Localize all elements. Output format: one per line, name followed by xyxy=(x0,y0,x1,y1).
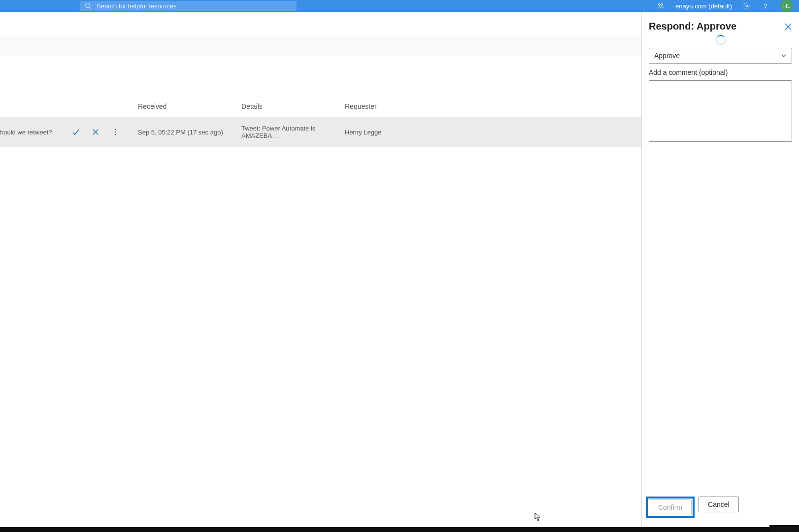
respond-panel: Respond: Approve Approve Add a comment (… xyxy=(641,12,799,527)
row-requester: Henry Legge xyxy=(345,129,641,136)
chevron-down-icon xyxy=(781,53,787,59)
col-received: Received xyxy=(138,102,241,110)
search-input[interactable] xyxy=(97,2,292,10)
taskbar xyxy=(0,527,799,532)
svg-point-5 xyxy=(765,7,766,8)
reject-icon[interactable] xyxy=(92,128,100,136)
help-icon[interactable] xyxy=(762,2,769,10)
comment-input[interactable] xyxy=(649,80,792,142)
svg-point-4 xyxy=(746,5,748,7)
response-select[interactable]: Approve xyxy=(649,48,792,64)
svg-point-9 xyxy=(115,132,116,133)
top-bar: enayu.com (default) HL xyxy=(0,0,799,12)
comment-label: Add a comment (optional) xyxy=(649,68,792,76)
col-details: Details xyxy=(241,102,345,110)
response-select-value: Approve xyxy=(654,52,680,60)
environment-name[interactable]: enayu.com (default) xyxy=(675,2,732,10)
row-received: Sep 5, 05:22 PM (17 sec ago) xyxy=(138,129,241,136)
svg-point-10 xyxy=(115,134,116,135)
avatar[interactable]: HL xyxy=(780,0,793,12)
cancel-button[interactable]: Cancel xyxy=(699,497,739,512)
svg-point-2 xyxy=(658,3,660,5)
svg-line-1 xyxy=(90,7,92,9)
search-icon xyxy=(85,2,92,9)
col-requester: Requester xyxy=(345,102,641,110)
svg-point-3 xyxy=(661,3,663,5)
main-area: Received Details Requester hould we retw… xyxy=(0,12,641,527)
table-header: Received Details Requester xyxy=(0,96,641,117)
loading-spinner xyxy=(716,35,726,45)
svg-point-8 xyxy=(115,129,116,131)
environments-icon[interactable] xyxy=(657,2,665,10)
row-details: Tweet: Power Automate is AMAZEBA… xyxy=(241,125,345,139)
taskbar-clock xyxy=(769,525,799,532)
gear-icon[interactable] xyxy=(743,2,751,10)
close-icon[interactable] xyxy=(784,23,792,31)
confirm-button[interactable]: Confirm xyxy=(649,499,692,515)
avatar-initials: HL xyxy=(783,3,790,9)
row-title: hould we retweet? xyxy=(0,129,52,136)
search-box[interactable] xyxy=(80,1,297,11)
table-row[interactable]: hould we retweet? Sep 5, 05:22 PM (17 se… xyxy=(0,117,641,147)
more-icon[interactable] xyxy=(111,128,119,136)
approve-icon[interactable] xyxy=(72,128,80,136)
svg-point-0 xyxy=(86,3,90,8)
panel-title: Respond: Approve xyxy=(649,21,736,32)
